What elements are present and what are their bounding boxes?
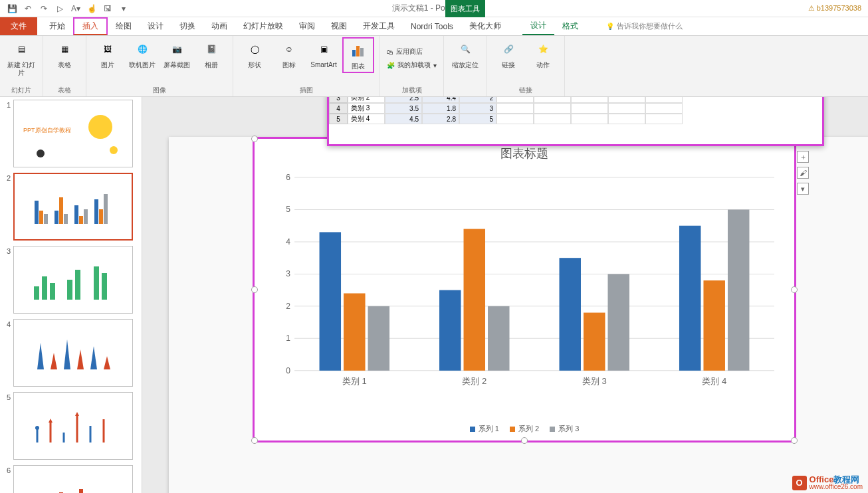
slide-thumbnail[interactable]: [13, 246, 133, 314]
ribbon-tabs: 文件 开始 插入 绘图 设计 切换 动画 幻灯片放映 审阅 视图 开发工具 No…: [0, 17, 868, 36]
tab-animations[interactable]: 动画: [203, 17, 235, 35]
chart-object[interactable]: ＋ 🖌 ▾ 图表标题 0123456类别 1类别 2类别 3类别 4 系列 1系…: [253, 137, 796, 443]
svg-text:类别 2: 类别 2: [462, 376, 487, 386]
svg-text:PPT原创自学教程: PPT原创自学教程: [23, 127, 71, 134]
shapes-icon: ◯: [244, 39, 265, 60]
chart-filter-button[interactable]: ▾: [797, 183, 809, 195]
save-icon[interactable]: 💾: [7, 3, 17, 14]
resize-handle[interactable]: [521, 437, 528, 444]
tab-beautify[interactable]: 美化大师: [461, 17, 509, 35]
svg-rect-24: [94, 266, 99, 300]
context-tab-chart-tools: 图表工具: [445, 0, 485, 17]
svg-text:类别 1: 类别 1: [342, 376, 367, 386]
svg-rect-46: [79, 489, 83, 493]
tab-draw[interactable]: 绘图: [108, 17, 140, 35]
action-icon: ⭐: [532, 39, 554, 60]
slide-thumbnail[interactable]: PPT原创自学教程: [13, 100, 133, 167]
save-icon[interactable]: 🖫: [102, 3, 113, 14]
icons-button[interactable]: ☺图标: [273, 37, 305, 70]
svg-rect-1: [356, 46, 360, 56]
picture-button[interactable]: 🖼图片: [92, 37, 124, 70]
svg-marker-30: [90, 346, 97, 369]
resize-handle[interactable]: [251, 437, 258, 444]
new-slide-icon: ▤: [11, 39, 32, 60]
svg-rect-10: [54, 211, 58, 224]
chart-elements-button[interactable]: ＋: [797, 151, 809, 163]
svg-rect-66: [464, 229, 485, 371]
slide-thumbnail[interactable]: [13, 465, 133, 493]
svg-marker-26: [37, 343, 44, 369]
tab-view[interactable]: 视图: [323, 17, 355, 35]
action-button[interactable]: ⭐动作: [527, 37, 559, 70]
resize-handle[interactable]: [791, 437, 798, 444]
svg-rect-73: [679, 226, 701, 371]
svg-rect-14: [79, 216, 83, 224]
canvas-area[interactable]: 🖫 ↶ ↷ ▦ Microsoft PowerPoint 中的图表 ✕ ABCD…: [142, 97, 868, 493]
chart-plot[interactable]: 0123456类别 1类别 2类别 3类别 4: [281, 171, 781, 391]
tab-design[interactable]: 设计: [140, 17, 171, 35]
tab-chart-format[interactable]: 格式: [554, 17, 586, 35]
svg-rect-8: [39, 211, 43, 224]
tell-me-input[interactable]: 告诉我你想要做什么: [606, 17, 683, 35]
svg-rect-23: [75, 270, 80, 300]
tab-chart-design[interactable]: 设计: [522, 17, 554, 35]
resize-handle[interactable]: [791, 286, 798, 293]
screenshot-button[interactable]: 📷屏幕截图: [161, 37, 193, 70]
svg-point-33: [35, 426, 39, 430]
svg-rect-17: [99, 209, 103, 224]
svg-text:0: 0: [286, 366, 290, 375]
album-button[interactable]: 📓相册: [195, 37, 227, 70]
qat-more-icon[interactable]: ▾: [118, 3, 129, 14]
group-label-addins: 加载项: [402, 84, 422, 96]
chart-button[interactable]: 图表: [342, 37, 374, 73]
slide-thumbnail[interactable]: [13, 319, 133, 387]
table-button[interactable]: ▦表格: [49, 37, 80, 70]
myaddins-button[interactable]: 🧩我的加载项▾: [385, 59, 438, 71]
tab-developer[interactable]: 开发工具: [355, 17, 403, 35]
addins-icon: 🧩: [387, 62, 395, 69]
chart-legend[interactable]: 系列 1系列 2系列 3: [255, 424, 794, 434]
user-id: b1397573038: [808, 4, 861, 13]
tab-transitions[interactable]: 切换: [171, 17, 203, 35]
svg-text:1: 1: [286, 334, 290, 343]
svg-rect-63: [368, 306, 389, 371]
slide-thumbnail[interactable]: [13, 392, 133, 460]
svg-marker-28: [64, 340, 70, 369]
slide-thumbnail[interactable]: [13, 173, 133, 241]
svg-text:3: 3: [286, 269, 290, 278]
undo-icon[interactable]: ↶: [23, 3, 33, 14]
slide-thumbnail-panel[interactable]: 1PPT原创自学教程 2 3 4 5 6: [0, 97, 142, 493]
touch-mode-icon[interactable]: ☝: [86, 3, 97, 14]
chart-data-window[interactable]: 🖫 ↶ ↷ ▦ Microsoft PowerPoint 中的图表 ✕ ABCD…: [327, 97, 824, 146]
tab-slideshow[interactable]: 幻灯片放映: [235, 17, 291, 35]
tab-insert[interactable]: 插入: [73, 17, 108, 35]
link-button[interactable]: 🔗链接: [492, 37, 524, 70]
svg-rect-15: [84, 209, 88, 224]
svg-rect-0: [352, 50, 356, 56]
chart-icon: [348, 40, 369, 61]
smartart-button[interactable]: ▣SmartArt: [308, 37, 340, 70]
new-slide-button[interactable]: ▤新建 幻灯片: [5, 37, 37, 78]
store-icon: 🛍: [387, 49, 393, 56]
zoom-button[interactable]: 🔍缩放定位: [449, 37, 481, 70]
store-button[interactable]: 🛍应用商店: [385, 46, 438, 58]
tab-review[interactable]: 审阅: [291, 17, 323, 35]
online-picture-button[interactable]: 🌐联机图片: [126, 37, 158, 70]
resize-handle[interactable]: [251, 136, 258, 142]
svg-rect-75: [728, 209, 749, 370]
tab-file[interactable]: 文件: [0, 17, 37, 35]
redo-icon[interactable]: ↷: [39, 3, 49, 14]
watermark-icon: O: [792, 476, 807, 490]
slide-canvas[interactable]: 🖫 ↶ ↷ ▦ Microsoft PowerPoint 中的图表 ✕ ABCD…: [169, 137, 868, 493]
svg-rect-71: [607, 274, 629, 370]
tab-nordri[interactable]: Nordri Tools: [403, 17, 461, 35]
chart-styles-button[interactable]: 🖌: [797, 167, 809, 179]
svg-rect-70: [584, 313, 605, 371]
data-sheet[interactable]: ABCDEFGHI1系列 1系列 2系列 32类别 14.32.423类别 22…: [329, 97, 822, 124]
font-dropdown-icon[interactable]: A▾: [70, 3, 81, 14]
resize-handle[interactable]: [251, 286, 258, 293]
shapes-button[interactable]: ◯形状: [239, 37, 271, 70]
ribbon-insert: ▤新建 幻灯片 幻灯片 ▦表格 表格 🖼图片 🌐联机图片 📷屏幕截图 📓相册 图…: [0, 36, 868, 97]
tab-home[interactable]: 开始: [41, 17, 73, 35]
start-slideshow-icon[interactable]: ▷: [54, 3, 65, 14]
